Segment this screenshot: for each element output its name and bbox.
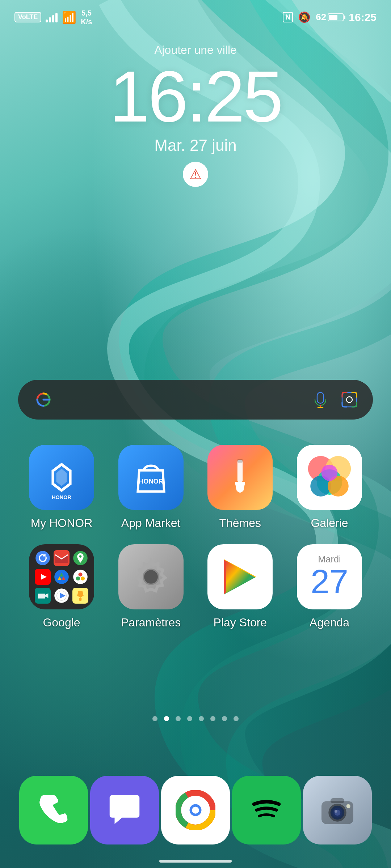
svg-rect-51 [331,798,345,803]
app-item-app-market[interactable]: HONOR App Market [111,445,191,530]
svg-point-17 [321,465,338,481]
svg-point-18 [35,551,50,565]
main-date: Mar. 27 juin [0,136,391,154]
svg-text:HONOR: HONOR [52,494,71,499]
svg-rect-11 [237,459,243,463]
svg-point-27 [79,573,83,576]
google-folder-icon-img [29,544,94,609]
app-item-google-folder[interactable]: Google [22,544,101,629]
google-folder-label: Google [43,616,80,629]
app-item-galerie[interactable]: Galerie [290,445,369,530]
google-search-bar[interactable] [18,380,373,420]
app-item-parametres[interactable]: Paramètres [111,544,191,629]
dock-item-chrome[interactable] [161,776,230,844]
page-dot-6[interactable] [222,716,227,721]
galerie-label: Galerie [311,516,348,530]
lens-search-icon[interactable] [340,391,358,409]
play-store-label: Play Store [214,616,267,629]
dock [0,767,391,868]
status-bar: VoLTE 📶 5,5K/s N 🔕 62 16:25 [0,0,391,29]
svg-text:HONOR: HONOR [139,478,163,485]
svg-marker-7 [56,469,67,486]
clock-area: Ajouter une ville 16:25 Mar. 27 juin ⚠ [0,43,391,187]
home-indicator[interactable] [159,860,232,863]
volte-indicator: VoLTE [14,12,41,22]
page-dot-5[interactable] [210,716,215,721]
voice-search-icon[interactable] [311,391,329,409]
app-item-themes[interactable]: Thèmes [200,445,280,530]
nfc-icon: N [283,12,293,22]
agenda-label: Agenda [310,616,349,629]
svg-rect-35 [79,598,82,601]
app-market-icon: HONOR [118,445,184,510]
silent-icon: 🔕 [298,11,311,23]
agenda-icon-img: Mardi 27 [297,544,362,609]
network-speed: 5,5K/s [81,9,92,26]
add-city-label[interactable]: Ajouter une ville [0,43,391,57]
themes-label: Thèmes [219,516,261,530]
svg-point-25 [54,570,69,584]
app-row-1: HONOR My HONOR HONOR App Market [22,445,369,530]
page-dot-4[interactable] [199,716,204,721]
wifi-icon: 📶 [62,10,76,24]
page-dot-0[interactable] [152,716,157,721]
my-honor-icon: HONOR [29,445,94,510]
play-store-icon-img [207,544,273,609]
svg-point-57 [335,810,337,813]
svg-rect-4 [342,392,357,407]
signal-strength-icon [46,12,58,22]
alert-icon: ⚠ [189,166,202,182]
svg-point-29 [76,576,80,580]
app-grid: HONOR My HONOR HONOR App Market [0,445,391,644]
battery-indicator: 62 [316,12,344,23]
app-row-2: Google Paramètres [22,544,369,629]
svg-text:27: 27 [311,562,348,600]
dock-item-spotify[interactable] [232,776,301,844]
battery-percent-label: 62 [316,12,326,23]
page-dots [0,716,391,721]
dock-item-phone[interactable] [19,776,88,844]
status-left: VoLTE 📶 5,5K/s [14,9,92,26]
svg-marker-37 [226,561,254,593]
svg-point-22 [79,555,82,558]
google-logo [33,389,54,410]
svg-point-56 [346,804,350,808]
dock-item-messages[interactable] [90,776,159,844]
battery-icon [328,13,344,21]
svg-point-36 [143,569,159,584]
my-honor-label: My HONOR [31,516,93,530]
svg-point-26 [73,570,88,584]
themes-icon-img [207,445,273,510]
app-item-play-store[interactable]: Play Store [200,544,280,629]
page-dot-7[interactable] [234,716,239,721]
status-right: N 🔕 62 16:25 [283,11,377,24]
dock-item-camera[interactable] [303,776,372,844]
page-dot-3[interactable] [187,716,192,721]
main-clock: 16:25 [0,60,391,133]
svg-rect-10 [237,460,243,482]
parametres-icon-img [118,544,184,609]
galerie-icon-img [297,445,362,510]
page-dot-2[interactable] [176,716,181,721]
svg-point-49 [192,807,199,813]
app-item-agenda[interactable]: Mardi 27 Agenda [290,544,369,629]
svg-point-5 [346,397,352,403]
svg-point-28 [81,576,85,580]
alert-notification-badge[interactable]: ⚠ [183,162,208,187]
parametres-label: Paramètres [121,616,181,629]
app-market-label: App Market [121,516,181,530]
search-action-icons [311,391,358,409]
page-dot-1[interactable] [164,716,169,721]
app-item-my-honor[interactable]: HONOR My HONOR [22,445,101,530]
status-time: 16:25 [349,11,377,24]
